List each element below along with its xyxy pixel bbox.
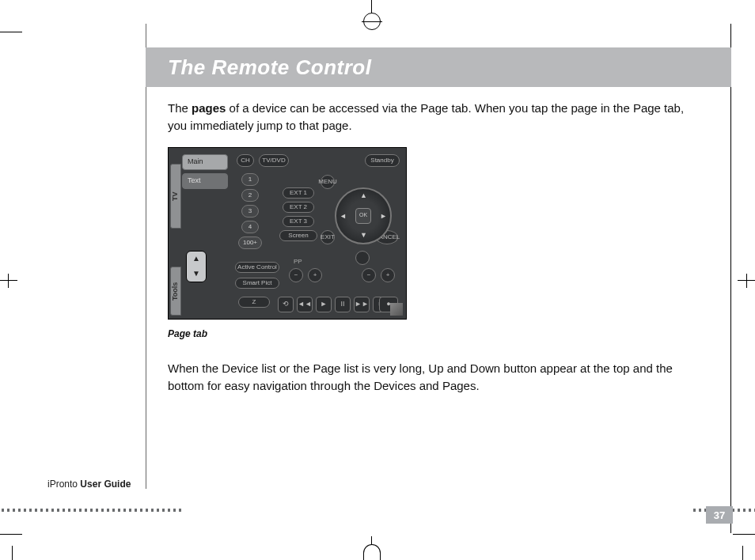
fig-remote-area: CH TV/DVD Standby 1 2 3 4 100+ EXT 1 EXT… bbox=[232, 151, 403, 316]
fig-scroll-spinner: ▲ ▼ bbox=[186, 251, 207, 282]
manual-page: The Remote Control The pages of a device… bbox=[0, 0, 755, 560]
rewind-icon: ◄◄ bbox=[297, 297, 313, 312]
fig-dpad: OK ▲ ▼ ◄ ► bbox=[335, 187, 392, 244]
fig-ext1: EXT 1 bbox=[283, 187, 314, 199]
fig-sidebar: TV Tools Main Text ▲ ▼ bbox=[169, 148, 230, 319]
crop-mark bbox=[12, 546, 13, 560]
fig-z-pill: Z bbox=[238, 297, 270, 308]
header-bar: The Remote Control bbox=[146, 47, 731, 87]
chevron-down-icon: ▼ bbox=[192, 270, 200, 278]
fast-forward-icon: ►► bbox=[354, 297, 370, 312]
arrow-right-icon: ► bbox=[380, 211, 387, 221]
pause-icon: II bbox=[335, 297, 351, 312]
fig-screen-pill: Screen bbox=[279, 230, 317, 241]
p1-bold: pages bbox=[192, 101, 226, 115]
resize-grip-icon bbox=[390, 303, 403, 316]
fig-tab-tools-label: Tools bbox=[171, 267, 180, 315]
fig-num-4: 4 bbox=[241, 221, 259, 233]
figure-page-tab-screenshot: TV Tools Main Text ▲ ▼ CH TV/DVD Standby bbox=[168, 147, 407, 320]
crop-mark bbox=[8, 274, 9, 288]
content-frame: The Remote Control The pages of a device… bbox=[146, 24, 731, 533]
page-title: The Remote Control bbox=[168, 55, 371, 80]
footer-product: iPronto bbox=[47, 479, 78, 490]
left-rule bbox=[146, 24, 146, 489]
fig-tab-tv: TV bbox=[170, 164, 181, 229]
fig-num-1: 1 bbox=[241, 173, 259, 186]
crop-mark bbox=[0, 280, 17, 281]
fig-pp-label: PP bbox=[294, 257, 302, 267]
footer-guide: User Guide bbox=[78, 479, 131, 490]
fig-ok-button: OK bbox=[355, 208, 371, 224]
p1-rest: of a device can be accessed via the Page… bbox=[168, 101, 684, 132]
fig-tvdvd-pill: TV/DVD bbox=[259, 154, 289, 167]
fig-extra-btn bbox=[355, 251, 370, 265]
play-icon: ► bbox=[316, 297, 332, 312]
fig-standby-pill: Standby bbox=[365, 154, 400, 167]
crop-mark bbox=[746, 274, 747, 288]
p1-lead: The bbox=[168, 101, 192, 115]
fig-menu-btn: MENU bbox=[321, 175, 335, 189]
fig-smart-pict: Smart Pict bbox=[235, 278, 279, 289]
fig-ch-pill: CH bbox=[237, 154, 254, 167]
chevron-up-icon: ▲ bbox=[192, 255, 200, 263]
dotted-rule-left bbox=[0, 508, 182, 513]
crop-mark bbox=[362, 21, 382, 22]
arrow-left-icon: ◄ bbox=[340, 211, 347, 221]
fig-tab-tools: Tools bbox=[170, 267, 181, 316]
fig-active-control: Active Control bbox=[235, 262, 279, 273]
fig-page-main: Main bbox=[182, 154, 228, 170]
crop-mark bbox=[742, 546, 743, 560]
fig-ext3: EXT 3 bbox=[283, 216, 314, 227]
fig-vol-minus: − bbox=[289, 268, 303, 282]
footer-guide-label: iPronto User Guide bbox=[47, 475, 131, 494]
fig-page-text: Text bbox=[182, 173, 228, 189]
fig-right-minus: − bbox=[362, 268, 376, 282]
paragraph-2: When the Device list or the Page list is… bbox=[168, 360, 699, 395]
fig-num-100: 100+ bbox=[238, 236, 262, 249]
page-number: 37 bbox=[706, 506, 733, 524]
registration-half-circle-icon bbox=[363, 544, 381, 560]
figure-caption: Page tab bbox=[168, 327, 699, 341]
fig-page-list: Main Text bbox=[182, 154, 228, 192]
fig-tab-tv-label: TV bbox=[171, 165, 180, 228]
arrow-down-icon: ▼ bbox=[360, 230, 367, 240]
fig-right-plus: + bbox=[381, 268, 395, 282]
paragraph-1: The pages of a device can be accessed vi… bbox=[168, 100, 699, 134]
crop-mark bbox=[733, 534, 755, 535]
body-text: The pages of a device can be accessed vi… bbox=[168, 100, 699, 407]
fig-exit-btn: EXIT bbox=[321, 230, 335, 244]
fig-num-2: 2 bbox=[241, 189, 259, 202]
rewind-loop-icon: ⟲ bbox=[278, 297, 294, 312]
crop-mark bbox=[0, 534, 22, 535]
arrow-up-icon: ▲ bbox=[360, 191, 367, 201]
fig-vol-plus: + bbox=[308, 268, 322, 282]
crop-mark bbox=[0, 32, 22, 32]
fig-ext2: EXT 2 bbox=[283, 202, 314, 213]
fig-num-3: 3 bbox=[241, 205, 259, 218]
